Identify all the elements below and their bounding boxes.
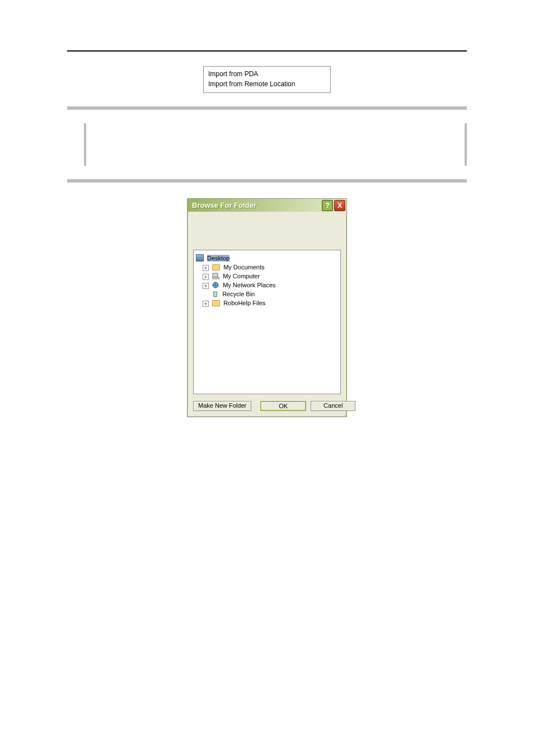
help-icon: ? (325, 202, 329, 209)
tree-item-mydocuments[interactable]: + My Documents (203, 263, 338, 272)
tree-root-label: Desktop (207, 255, 229, 262)
svg-rect-0 (213, 273, 218, 277)
tree-root[interactable]: Desktop (196, 254, 338, 263)
tree-item-mycomputer[interactable]: + My Computer (203, 272, 338, 281)
tree-item-network[interactable]: + My Network Places (203, 281, 338, 290)
tree-item-label: My Network Places (223, 282, 275, 288)
svg-rect-1 (212, 277, 219, 279)
import-dropdown-image: Import from PDA Import from Remote Locat… (203, 66, 331, 93)
section-divider-2 (67, 179, 467, 183)
resize-grip-icon[interactable]: ..: (188, 412, 346, 417)
folder-icon (212, 300, 220, 306)
close-icon: X (338, 202, 342, 209)
browse-dialog-image: Browse For Folder ? X Desktop + My Docum… (187, 198, 347, 417)
page-top-rule (67, 50, 467, 52)
tree-item-label: My Computer (223, 273, 260, 279)
callout-block (84, 123, 467, 166)
dropdown-option-remote[interactable]: Import from Remote Location (208, 79, 326, 89)
expand-icon[interactable]: + (203, 301, 209, 307)
cancel-button[interactable]: Cancel (311, 401, 355, 411)
callout-content (101, 128, 450, 161)
computer-icon (212, 273, 219, 279)
dropdown-option-pda[interactable]: Import from PDA (208, 69, 326, 79)
callout-bar-right (465, 123, 467, 166)
ok-button[interactable]: OK (260, 401, 306, 411)
tree-item-label: RoboHelp Files (223, 300, 265, 306)
dialog-titlebar: Browse For Folder ? X (188, 199, 346, 212)
make-new-folder-button[interactable]: Make New Folder (193, 401, 251, 411)
close-button[interactable]: X (334, 200, 345, 211)
desktop-icon (196, 254, 204, 262)
folder-icon (212, 264, 220, 270)
folder-tree[interactable]: Desktop + My Documents + My Computer (193, 250, 341, 394)
expand-icon[interactable]: + (203, 274, 209, 280)
callout-bar-left (84, 123, 86, 166)
section-divider-1 (67, 106, 467, 110)
titlebar-buttons: ? X (322, 200, 345, 211)
dialog-title: Browse For Folder (192, 201, 256, 209)
help-button[interactable]: ? (322, 200, 333, 211)
browse-for-folder-dialog: Browse For Folder ? X Desktop + My Docum… (187, 198, 347, 417)
expand-icon[interactable]: + (203, 265, 209, 271)
expand-icon[interactable]: + (203, 283, 209, 289)
dialog-instruction-area (188, 212, 346, 250)
network-icon (212, 282, 219, 288)
tree-item-label: Recycle Bin (222, 291, 255, 297)
page: Import from PDA Import from Remote Locat… (0, 0, 534, 756)
recycle-icon (212, 291, 219, 297)
tree-item-robohelp[interactable]: + RoboHelp Files (203, 298, 338, 307)
tree-item-label: My Documents (223, 264, 264, 270)
tree-item-recycle[interactable]: Recycle Bin (203, 290, 338, 298)
